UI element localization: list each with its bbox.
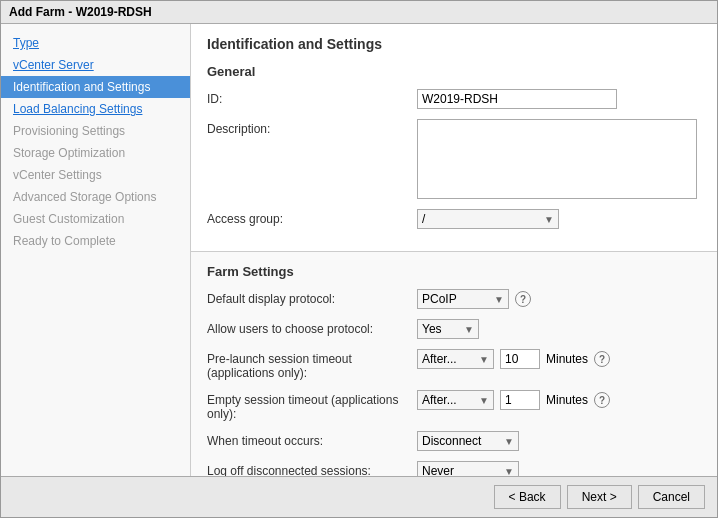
- sidebar-item-guest-customization: Guest Customization: [1, 208, 190, 230]
- access-group-select-wrapper: / ▼: [417, 209, 559, 229]
- default-display-select[interactable]: PCoIP RDP BLAST: [418, 290, 508, 308]
- default-display-help-icon[interactable]: ?: [515, 291, 531, 307]
- access-group-row: Access group: / ▼: [207, 209, 701, 229]
- pre-launch-control: After... Never ▼ Minutes ?: [417, 349, 701, 369]
- pre-launch-when-select[interactable]: After... Never: [418, 350, 493, 368]
- empty-session-minutes-label: Minutes: [546, 393, 588, 407]
- sidebar-item-load-balancing[interactable]: Load Balancing Settings: [1, 98, 190, 120]
- sidebar-item-identification[interactable]: Identification and Settings: [1, 76, 190, 98]
- id-input[interactable]: [417, 89, 617, 109]
- default-display-control: PCoIP RDP BLAST ▼ ?: [417, 289, 701, 309]
- farm-settings-section: Farm Settings Default display protocol: …: [191, 251, 717, 476]
- empty-session-help-icon[interactable]: ?: [594, 392, 610, 408]
- allow-users-label: Allow users to choose protocol:: [207, 319, 417, 336]
- section-title: Identification and Settings: [207, 36, 701, 52]
- pre-launch-label: Pre-launch session timeout (applications…: [207, 349, 417, 380]
- sidebar-item-ready-to-complete: Ready to Complete: [1, 230, 190, 252]
- allow-users-control: Yes No ▼: [417, 319, 701, 339]
- cancel-button[interactable]: Cancel: [638, 485, 705, 509]
- when-timeout-row: When timeout occurs: Disconnect Log Off …: [207, 431, 701, 451]
- pre-launch-help-icon[interactable]: ?: [594, 351, 610, 367]
- when-timeout-label: When timeout occurs:: [207, 431, 417, 448]
- id-control: [417, 89, 701, 109]
- description-control: [417, 119, 701, 199]
- log-off-select-wrapper: Never Immediately After... ▼: [417, 461, 519, 476]
- description-label: Description:: [207, 119, 417, 136]
- allow-users-select[interactable]: Yes No: [418, 320, 478, 338]
- next-button[interactable]: Next >: [567, 485, 632, 509]
- title-bar: Add Farm - W2019-RDSH: [1, 1, 717, 24]
- log-off-row: Log off disconnected sessions: Never Imm…: [207, 461, 701, 476]
- pre-launch-when-wrapper: After... Never ▼: [417, 349, 494, 369]
- farm-settings-title: Farm Settings: [207, 264, 701, 279]
- empty-session-minutes-input[interactable]: [500, 390, 540, 410]
- main-panel: Identification and Settings General ID: …: [191, 24, 717, 476]
- when-timeout-control: Disconnect Log Off ▼: [417, 431, 701, 451]
- log-off-label: Log off disconnected sessions:: [207, 461, 417, 476]
- sidebar-item-vcenter-settings: vCenter Settings: [1, 164, 190, 186]
- sidebar-item-vcenter-server[interactable]: vCenter Server: [1, 54, 190, 76]
- log-off-select[interactable]: Never Immediately After...: [418, 462, 518, 476]
- window-title: Add Farm - W2019-RDSH: [9, 5, 152, 19]
- access-group-select[interactable]: /: [418, 210, 558, 228]
- description-input[interactable]: [417, 119, 697, 199]
- general-title: General: [207, 64, 701, 79]
- sidebar-item-advanced-storage: Advanced Storage Options: [1, 186, 190, 208]
- footer: < Back Next > Cancel: [1, 476, 717, 517]
- pre-launch-minutes-label: Minutes: [546, 352, 588, 366]
- when-timeout-select[interactable]: Disconnect Log Off: [418, 432, 518, 450]
- empty-session-row: Empty session timeout (applications only…: [207, 390, 701, 421]
- id-label: ID:: [207, 89, 417, 106]
- pre-launch-row: Pre-launch session timeout (applications…: [207, 349, 701, 380]
- main-panel-inner: Identification and Settings General ID: …: [191, 24, 717, 251]
- default-display-select-wrapper: PCoIP RDP BLAST ▼: [417, 289, 509, 309]
- empty-session-when-select[interactable]: After... Never: [418, 391, 493, 409]
- description-row: Description:: [207, 119, 701, 199]
- sidebar-item-provisioning: Provisioning Settings: [1, 120, 190, 142]
- access-group-control: / ▼: [417, 209, 701, 229]
- access-group-label: Access group:: [207, 209, 417, 226]
- default-display-row: Default display protocol: PCoIP RDP BLAS…: [207, 289, 701, 309]
- log-off-control: Never Immediately After... ▼: [417, 461, 701, 476]
- empty-session-control: After... Never ▼ Minutes ?: [417, 390, 701, 410]
- content-area: Type vCenter Server Identification and S…: [1, 24, 717, 476]
- sidebar-item-storage-optimization: Storage Optimization: [1, 142, 190, 164]
- empty-session-when-wrapper: After... Never ▼: [417, 390, 494, 410]
- empty-session-label: Empty session timeout (applications only…: [207, 390, 417, 421]
- back-button[interactable]: < Back: [494, 485, 561, 509]
- allow-users-select-wrapper: Yes No ▼: [417, 319, 479, 339]
- pre-launch-minutes-input[interactable]: [500, 349, 540, 369]
- id-row: ID:: [207, 89, 701, 109]
- allow-users-row: Allow users to choose protocol: Yes No ▼: [207, 319, 701, 339]
- when-timeout-select-wrapper: Disconnect Log Off ▼: [417, 431, 519, 451]
- sidebar-item-type[interactable]: Type: [1, 32, 190, 54]
- default-display-label: Default display protocol:: [207, 289, 417, 306]
- sidebar: Type vCenter Server Identification and S…: [1, 24, 191, 476]
- window: Add Farm - W2019-RDSH Type vCenter Serve…: [0, 0, 718, 518]
